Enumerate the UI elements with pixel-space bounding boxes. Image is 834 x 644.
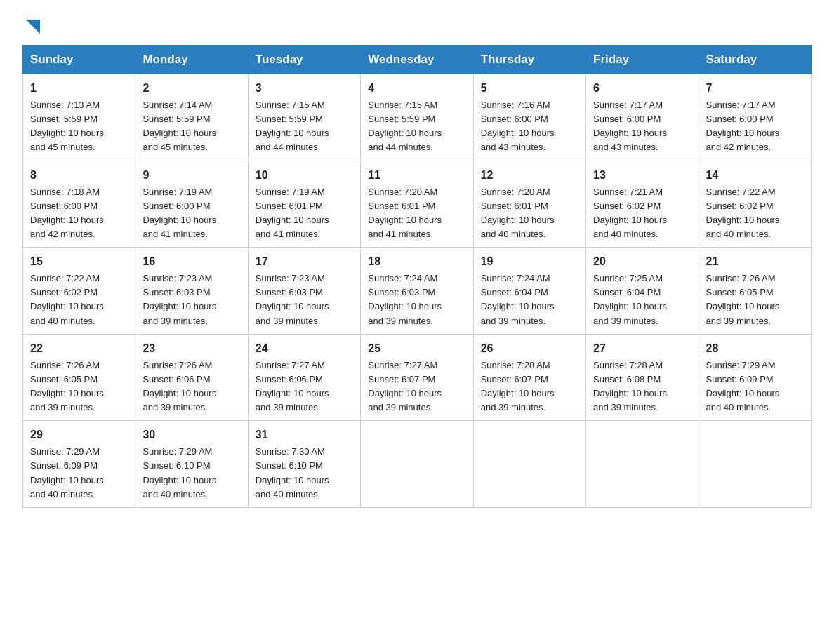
calendar-cell bbox=[361, 421, 473, 508]
day-info: Sunrise: 7:17 AMSunset: 6:00 PMDaylight:… bbox=[706, 100, 780, 152]
svg-marker-0 bbox=[26, 20, 40, 34]
day-number: 1 bbox=[30, 80, 128, 97]
calendar-cell: 19 Sunrise: 7:24 AMSunset: 6:04 PMDaylig… bbox=[473, 248, 585, 335]
calendar-cell bbox=[586, 421, 699, 508]
calendar-cell: 6 Sunrise: 7:17 AMSunset: 6:00 PMDayligh… bbox=[586, 74, 699, 161]
calendar-week-row: 29 Sunrise: 7:29 AMSunset: 6:09 PMDaylig… bbox=[23, 421, 812, 508]
col-header-monday: Monday bbox=[135, 46, 248, 74]
calendar-cell: 5 Sunrise: 7:16 AMSunset: 6:00 PMDayligh… bbox=[473, 74, 585, 161]
col-header-tuesday: Tuesday bbox=[248, 46, 360, 74]
day-number: 7 bbox=[706, 80, 804, 97]
calendar-cell: 27 Sunrise: 7:28 AMSunset: 6:08 PMDaylig… bbox=[586, 334, 699, 421]
day-info: Sunrise: 7:17 AMSunset: 6:00 PMDaylight:… bbox=[593, 100, 667, 152]
day-number: 20 bbox=[593, 253, 691, 270]
calendar-cell: 22 Sunrise: 7:26 AMSunset: 6:05 PMDaylig… bbox=[23, 334, 135, 421]
calendar-cell: 18 Sunrise: 7:24 AMSunset: 6:03 PMDaylig… bbox=[361, 248, 473, 335]
day-info: Sunrise: 7:22 AMSunset: 6:02 PMDaylight:… bbox=[30, 273, 104, 326]
day-number: 6 bbox=[593, 80, 691, 97]
calendar-cell: 13 Sunrise: 7:21 AMSunset: 6:02 PMDaylig… bbox=[586, 161, 699, 248]
day-info: Sunrise: 7:15 AMSunset: 5:59 PMDaylight:… bbox=[256, 100, 329, 152]
day-info: Sunrise: 7:16 AMSunset: 6:00 PMDaylight:… bbox=[481, 100, 555, 152]
day-number: 5 bbox=[481, 80, 578, 97]
day-info: Sunrise: 7:22 AMSunset: 6:02 PMDaylight:… bbox=[706, 187, 780, 239]
day-number: 11 bbox=[368, 167, 465, 184]
day-info: Sunrise: 7:23 AMSunset: 6:03 PMDaylight:… bbox=[256, 273, 329, 326]
calendar-cell: 16 Sunrise: 7:23 AMSunset: 6:03 PMDaylig… bbox=[135, 248, 248, 335]
day-number: 3 bbox=[256, 80, 353, 97]
day-info: Sunrise: 7:24 AMSunset: 6:04 PMDaylight:… bbox=[481, 273, 555, 326]
day-number: 27 bbox=[593, 340, 691, 357]
day-number: 21 bbox=[706, 253, 804, 270]
calendar-header-row: SundayMondayTuesdayWednesdayThursdayFrid… bbox=[23, 46, 812, 74]
logo-arrow-icon bbox=[23, 17, 43, 36]
calendar-cell: 10 Sunrise: 7:19 AMSunset: 6:01 PMDaylig… bbox=[248, 161, 360, 248]
day-info: Sunrise: 7:25 AMSunset: 6:04 PMDaylight:… bbox=[593, 273, 667, 326]
calendar-cell: 26 Sunrise: 7:28 AMSunset: 6:07 PMDaylig… bbox=[473, 334, 585, 421]
day-info: Sunrise: 7:18 AMSunset: 6:00 PMDaylight:… bbox=[30, 187, 104, 239]
day-info: Sunrise: 7:13 AMSunset: 5:59 PMDaylight:… bbox=[30, 100, 104, 152]
col-header-saturday: Saturday bbox=[699, 46, 811, 74]
page-header bbox=[22, 17, 812, 34]
day-number: 30 bbox=[143, 427, 240, 443]
col-header-friday: Friday bbox=[586, 46, 699, 74]
day-number: 26 bbox=[481, 340, 578, 357]
day-info: Sunrise: 7:20 AMSunset: 6:01 PMDaylight:… bbox=[481, 187, 555, 239]
day-info: Sunrise: 7:21 AMSunset: 6:02 PMDaylight:… bbox=[593, 187, 667, 239]
day-number: 25 bbox=[368, 340, 465, 357]
day-info: Sunrise: 7:28 AMSunset: 6:07 PMDaylight:… bbox=[481, 360, 555, 412]
calendar-cell: 20 Sunrise: 7:25 AMSunset: 6:04 PMDaylig… bbox=[586, 248, 699, 335]
calendar-week-row: 15 Sunrise: 7:22 AMSunset: 6:02 PMDaylig… bbox=[23, 248, 812, 335]
day-info: Sunrise: 7:24 AMSunset: 6:03 PMDaylight:… bbox=[368, 273, 442, 326]
day-number: 28 bbox=[706, 340, 804, 357]
day-number: 9 bbox=[143, 167, 240, 184]
calendar-cell: 2 Sunrise: 7:14 AMSunset: 5:59 PMDayligh… bbox=[135, 74, 248, 161]
day-info: Sunrise: 7:28 AMSunset: 6:08 PMDaylight:… bbox=[593, 360, 667, 412]
calendar-cell: 21 Sunrise: 7:26 AMSunset: 6:05 PMDaylig… bbox=[699, 248, 811, 335]
calendar-week-row: 1 Sunrise: 7:13 AMSunset: 5:59 PMDayligh… bbox=[23, 74, 812, 161]
day-number: 17 bbox=[256, 253, 353, 270]
calendar-cell: 8 Sunrise: 7:18 AMSunset: 6:00 PMDayligh… bbox=[23, 161, 135, 248]
day-info: Sunrise: 7:19 AMSunset: 6:00 PMDaylight:… bbox=[143, 187, 216, 239]
calendar-cell: 1 Sunrise: 7:13 AMSunset: 5:59 PMDayligh… bbox=[23, 74, 135, 161]
day-number: 31 bbox=[256, 427, 353, 443]
calendar-week-row: 22 Sunrise: 7:26 AMSunset: 6:05 PMDaylig… bbox=[23, 334, 812, 421]
day-number: 12 bbox=[481, 167, 578, 184]
day-number: 14 bbox=[706, 167, 804, 184]
day-info: Sunrise: 7:29 AMSunset: 6:09 PMDaylight:… bbox=[30, 446, 104, 499]
col-header-thursday: Thursday bbox=[473, 46, 585, 74]
day-number: 10 bbox=[256, 167, 353, 184]
calendar-cell: 30 Sunrise: 7:29 AMSunset: 6:10 PMDaylig… bbox=[135, 421, 248, 508]
day-number: 15 bbox=[30, 253, 128, 270]
day-number: 23 bbox=[143, 340, 240, 357]
calendar-cell bbox=[473, 421, 585, 508]
col-header-wednesday: Wednesday bbox=[361, 46, 473, 74]
day-info: Sunrise: 7:26 AMSunset: 6:06 PMDaylight:… bbox=[143, 360, 216, 412]
day-number: 16 bbox=[143, 253, 240, 270]
day-number: 22 bbox=[30, 340, 128, 357]
calendar-cell: 14 Sunrise: 7:22 AMSunset: 6:02 PMDaylig… bbox=[699, 161, 811, 248]
day-info: Sunrise: 7:26 AMSunset: 6:05 PMDaylight:… bbox=[30, 360, 104, 412]
day-info: Sunrise: 7:26 AMSunset: 6:05 PMDaylight:… bbox=[706, 273, 780, 326]
calendar-cell: 15 Sunrise: 7:22 AMSunset: 6:02 PMDaylig… bbox=[23, 248, 135, 335]
day-info: Sunrise: 7:14 AMSunset: 5:59 PMDaylight:… bbox=[143, 100, 216, 152]
calendar-cell: 12 Sunrise: 7:20 AMSunset: 6:01 PMDaylig… bbox=[473, 161, 585, 248]
day-number: 29 bbox=[30, 427, 128, 443]
day-info: Sunrise: 7:27 AMSunset: 6:06 PMDaylight:… bbox=[256, 360, 329, 412]
calendar-table: SundayMondayTuesdayWednesdayThursdayFrid… bbox=[22, 45, 812, 508]
calendar-cell: 25 Sunrise: 7:27 AMSunset: 6:07 PMDaylig… bbox=[361, 334, 473, 421]
calendar-cell: 24 Sunrise: 7:27 AMSunset: 6:06 PMDaylig… bbox=[248, 334, 360, 421]
calendar-cell: 4 Sunrise: 7:15 AMSunset: 5:59 PMDayligh… bbox=[361, 74, 473, 161]
calendar-cell: 23 Sunrise: 7:26 AMSunset: 6:06 PMDaylig… bbox=[135, 334, 248, 421]
day-number: 18 bbox=[368, 253, 465, 270]
day-info: Sunrise: 7:30 AMSunset: 6:10 PMDaylight:… bbox=[256, 446, 329, 499]
calendar-cell: 29 Sunrise: 7:29 AMSunset: 6:09 PMDaylig… bbox=[23, 421, 135, 508]
calendar-cell: 9 Sunrise: 7:19 AMSunset: 6:00 PMDayligh… bbox=[135, 161, 248, 248]
day-info: Sunrise: 7:29 AMSunset: 6:10 PMDaylight:… bbox=[143, 446, 216, 499]
day-info: Sunrise: 7:20 AMSunset: 6:01 PMDaylight:… bbox=[368, 187, 442, 239]
day-number: 19 bbox=[481, 253, 578, 270]
day-info: Sunrise: 7:19 AMSunset: 6:01 PMDaylight:… bbox=[256, 187, 329, 239]
day-number: 2 bbox=[143, 80, 240, 97]
day-info: Sunrise: 7:27 AMSunset: 6:07 PMDaylight:… bbox=[368, 360, 442, 412]
calendar-cell: 11 Sunrise: 7:20 AMSunset: 6:01 PMDaylig… bbox=[361, 161, 473, 248]
calendar-cell bbox=[699, 421, 811, 508]
